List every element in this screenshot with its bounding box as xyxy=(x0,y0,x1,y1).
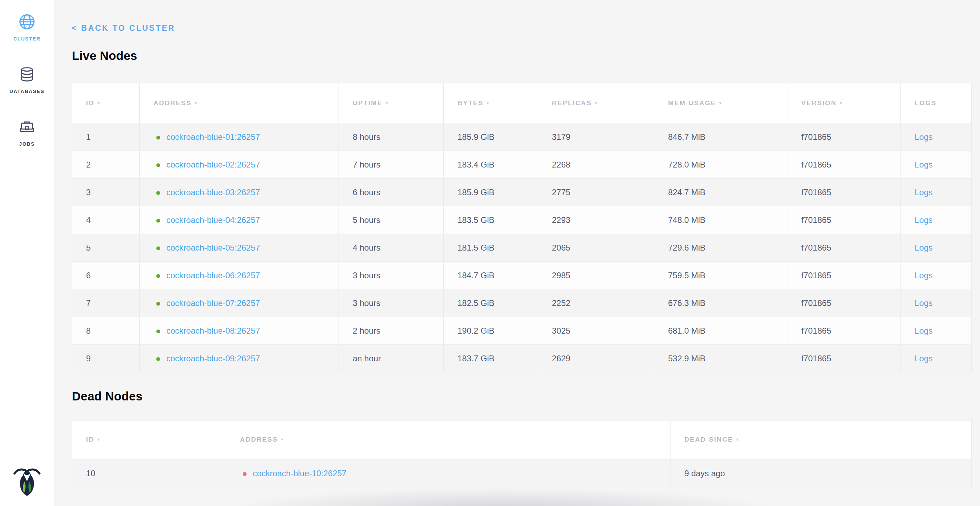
cell-bytes: 183.5 GiB xyxy=(444,206,538,234)
node-status-dot xyxy=(156,357,160,361)
node-status-dot xyxy=(156,302,160,306)
column-header-mem_usage[interactable]: MEM USAGE▾ xyxy=(654,83,788,123)
cell-id: 10 xyxy=(72,459,226,488)
table-row: 9cockroach-blue-09:26257an hour183.7 GiB… xyxy=(72,345,972,372)
live-nodes-title: Live Nodes xyxy=(72,48,971,63)
sort-desc-icon: ▾ xyxy=(736,437,739,442)
sort-desc-icon: ▾ xyxy=(840,101,842,105)
sort-desc-icon: ▾ xyxy=(487,101,489,105)
cell-address: cockroach-blue-01:26257 xyxy=(140,123,339,151)
cell-uptime: 7 hours xyxy=(339,151,444,179)
column-header-address[interactable]: ADDRESS▾ xyxy=(226,420,670,459)
cell-mem_usage: 846.7 MiB xyxy=(654,123,788,151)
cell-version: f701865 xyxy=(788,289,901,317)
node-address-link[interactable]: cockroach-blue-05:26257 xyxy=(166,243,260,252)
column-header-label: DEAD SINCE xyxy=(684,436,733,443)
cell-version: f701865 xyxy=(788,179,901,206)
table-row: 6cockroach-blue-06:262573 hours184.7 GiB… xyxy=(72,262,972,289)
sidebar-item-label: JOBS xyxy=(19,141,35,147)
node-address-link[interactable]: cockroach-blue-09:26257 xyxy=(166,354,260,363)
logs-link[interactable]: Logs xyxy=(915,160,932,169)
cell-replicas: 2629 xyxy=(538,345,654,372)
sidebar-item-databases[interactable]: DATABASES xyxy=(10,67,44,94)
column-header-id[interactable]: ID▾ xyxy=(72,83,140,123)
cell-mem_usage: 681.0 MiB xyxy=(654,317,788,345)
logs-link[interactable]: Logs xyxy=(915,188,932,197)
cell-mem_usage: 759.5 MiB xyxy=(654,262,788,289)
globe-icon xyxy=(16,14,38,30)
column-header-label: ID xyxy=(86,436,94,443)
cell-mem_usage: 748.0 MiB xyxy=(654,206,788,234)
node-address-link[interactable]: cockroach-blue-03:26257 xyxy=(166,188,260,197)
cell-id: 9 xyxy=(72,345,140,372)
node-address-link[interactable]: cockroach-blue-08:26257 xyxy=(166,326,260,335)
cell-replicas: 3179 xyxy=(538,123,654,151)
logs-link[interactable]: Logs xyxy=(915,243,932,252)
cell-id: 2 xyxy=(72,151,140,179)
cell-mem_usage: 728.0 MiB xyxy=(654,151,788,179)
node-status-dot xyxy=(243,472,247,476)
database-icon xyxy=(16,67,38,82)
column-header-uptime[interactable]: UPTIME▾ xyxy=(339,83,444,123)
node-address-link[interactable]: cockroach-blue-06:26257 xyxy=(166,271,260,280)
node-address-link[interactable]: cockroach-blue-10:26257 xyxy=(253,469,347,478)
node-address-link[interactable]: cockroach-blue-07:26257 xyxy=(166,298,260,308)
sidebar-item-cluster[interactable]: CLUSTER xyxy=(13,14,41,42)
cell-uptime: an hour xyxy=(339,345,444,372)
cell-mem_usage: 729.6 MiB xyxy=(654,234,788,262)
cell-uptime: 8 hours xyxy=(339,123,444,151)
table-row: 10cockroach-blue-10:262579 days ago xyxy=(72,459,972,488)
logs-link[interactable]: Logs xyxy=(915,132,932,142)
cell-logs: Logs xyxy=(901,123,972,151)
node-address-link[interactable]: cockroach-blue-04:26257 xyxy=(166,215,260,225)
cell-uptime: 6 hours xyxy=(339,179,444,206)
cell-mem_usage: 676.3 MiB xyxy=(654,289,788,317)
cell-dead_since: 9 days ago xyxy=(670,459,972,488)
node-status-dot xyxy=(156,163,160,167)
logs-link[interactable]: Logs xyxy=(915,215,932,225)
column-header-replicas[interactable]: REPLICAS▾ xyxy=(538,83,654,123)
cell-bytes: 183.7 GiB xyxy=(444,345,538,372)
cell-address: cockroach-blue-04:26257 xyxy=(140,206,339,234)
dead-nodes-table: ID▾ADDRESS▾DEAD SINCE▾10cockroach-blue-1… xyxy=(72,420,972,488)
column-header-label: ADDRESS xyxy=(154,99,192,107)
cell-bytes: 181.5 GiB xyxy=(444,234,538,262)
node-status-dot xyxy=(156,329,160,333)
node-address-link[interactable]: cockroach-blue-02:26257 xyxy=(166,160,260,169)
cell-id: 4 xyxy=(72,206,140,234)
column-header-id[interactable]: ID▾ xyxy=(72,420,226,459)
logs-link[interactable]: Logs xyxy=(915,298,932,308)
cell-logs: Logs xyxy=(901,317,972,345)
cell-logs: Logs xyxy=(901,262,972,289)
node-address-link[interactable]: cockroach-blue-01:26257 xyxy=(166,132,260,142)
logs-link[interactable]: Logs xyxy=(915,326,932,335)
sort-desc-icon: ▾ xyxy=(595,101,597,105)
cell-bytes: 190.2 GiB xyxy=(444,317,538,345)
column-header-version[interactable]: VERSION▾ xyxy=(788,83,901,123)
cell-mem_usage: 532.9 MiB xyxy=(654,345,788,372)
cell-id: 8 xyxy=(72,317,140,345)
cell-replicas: 2252 xyxy=(538,289,654,317)
dead-nodes-title: Dead Nodes xyxy=(72,389,971,403)
cell-logs: Logs xyxy=(901,234,972,262)
column-header-bytes[interactable]: BYTES▾ xyxy=(444,83,538,123)
cell-logs: Logs xyxy=(901,206,972,234)
cell-bytes: 185.9 GiB xyxy=(444,179,538,206)
cell-version: f701865 xyxy=(788,151,901,179)
back-to-cluster-link[interactable]: < BACK TO CLUSTER xyxy=(72,23,175,33)
cell-id: 3 xyxy=(72,179,140,206)
table-row: 1cockroach-blue-01:262578 hours185.9 GiB… xyxy=(72,123,972,151)
node-status-dot xyxy=(156,136,160,139)
cell-address: cockroach-blue-07:26257 xyxy=(140,289,339,317)
logs-link[interactable]: Logs xyxy=(915,354,932,363)
cell-id: 5 xyxy=(72,234,140,262)
column-header-address[interactable]: ADDRESS▾ xyxy=(140,83,339,123)
sidebar-item-jobs[interactable]: JOBS xyxy=(16,119,38,147)
node-status-dot xyxy=(156,274,160,278)
table-row: 3cockroach-blue-03:262576 hours185.9 GiB… xyxy=(72,179,972,206)
logs-link[interactable]: Logs xyxy=(915,271,932,280)
cockroachdb-logo[interactable] xyxy=(13,466,41,496)
column-header-label: VERSION xyxy=(801,99,837,107)
column-header-logs: LOGS xyxy=(901,83,972,123)
column-header-dead_since[interactable]: DEAD SINCE▾ xyxy=(670,420,972,459)
